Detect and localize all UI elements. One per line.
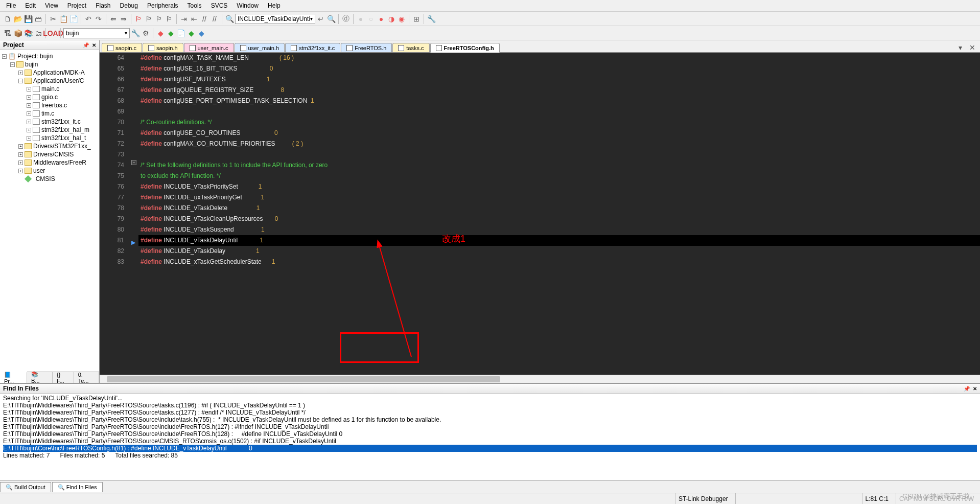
- bottom-tab[interactable]: 0. Te...: [74, 372, 99, 383]
- uncomment-icon[interactable]: //: [210, 14, 219, 24]
- indent-out-icon[interactable]: ⇤: [190, 14, 199, 24]
- tree-file[interactable]: + gpio.c: [1, 93, 98, 101]
- menu-edit[interactable]: Edit: [21, 1, 40, 10]
- editor-tab-tasks.c[interactable]: tasks.c: [392, 43, 429, 52]
- editor-tab-FreeRTOS.h[interactable]: FreeRTOS.h: [341, 43, 392, 52]
- download-icon[interactable]: LOAD: [49, 29, 58, 38]
- breakpoint-icon[interactable]: ●: [356, 14, 365, 24]
- code-line[interactable]: 68#define configUSE_PORT_OPTIMISED_TASK_…: [100, 96, 980, 106]
- menu-window[interactable]: Window: [232, 1, 263, 10]
- code-line[interactable]: 79#define INCLUDE_vTaskCleanUpResources …: [100, 214, 980, 224]
- nav-back-icon[interactable]: ⇐: [109, 14, 118, 24]
- batch-build-icon[interactable]: 🗂: [34, 29, 43, 38]
- find-result-line[interactable]: E:\TITI\bujin\Middlewares\Third_Party\Fr…: [3, 402, 977, 409]
- cut-icon[interactable]: ✂: [49, 14, 58, 24]
- find-result-line[interactable]: E:\TITI\bujin\Middlewares\Third_Party\Fr…: [3, 416, 977, 423]
- tree-group[interactable]: + user: [1, 167, 98, 175]
- project-tree[interactable]: −📋 Project: bujin− bujin+ Application/MD…: [0, 50, 99, 372]
- editor-tab-user_main.c[interactable]: user_main.c: [184, 43, 234, 52]
- tree-root[interactable]: −📋 Project: bujin: [1, 52, 98, 60]
- options-icon[interactable]: 🔧: [131, 29, 140, 38]
- books-icon[interactable]: ◆: [186, 29, 196, 38]
- menu-svcs[interactable]: SVCS: [207, 1, 232, 10]
- find-dropdown[interactable]: INCLUDE_vTaskDelayUnti: [235, 14, 315, 24]
- nav-fwd-icon[interactable]: ⇒: [119, 14, 128, 24]
- find-go-icon[interactable]: ↵: [316, 14, 325, 24]
- tree-file[interactable]: + stm32f1xx_hal_t: [1, 134, 98, 142]
- code-line[interactable]: 75to exclude the API function. */: [100, 171, 980, 181]
- code-line[interactable]: 82#define INCLUDE_vTaskDelay 1: [100, 246, 980, 257]
- code-line[interactable]: 70/* Co-routine definitions. */: [100, 117, 980, 128]
- menu-project[interactable]: Project: [63, 1, 90, 10]
- window-icon[interactable]: ⊞: [412, 14, 421, 24]
- file-ext-icon[interactable]: 📄: [176, 29, 185, 38]
- indent-in-icon[interactable]: ⇥: [179, 14, 189, 24]
- tab-dropdown-icon[interactable]: ▾: [955, 43, 965, 52]
- help-icon[interactable]: ◆: [197, 29, 206, 38]
- rebuild-icon[interactable]: 📦: [13, 29, 22, 38]
- tree-file[interactable]: + main.c: [1, 85, 98, 93]
- redo-icon[interactable]: ↷: [94, 14, 103, 24]
- menu-file[interactable]: File: [2, 1, 20, 10]
- comment-icon[interactable]: //: [200, 14, 209, 24]
- bp3-icon[interactable]: ●: [377, 14, 386, 24]
- bookmark-clear-icon[interactable]: 🏳: [165, 14, 174, 24]
- menu-peripherals[interactable]: Peripherals: [143, 1, 182, 10]
- tree-cmsis[interactable]: CMSIS: [1, 175, 98, 183]
- tree-target[interactable]: − bujin: [1, 60, 98, 68]
- find-result-selected[interactable]: E:\TITI\bujin\Core\Inc\FreeRTOSConfig.h(…: [3, 445, 977, 452]
- paste-icon[interactable]: 📄: [69, 14, 78, 24]
- code-line[interactable]: 73: [100, 149, 980, 160]
- pin-icon[interactable]: 📌: [83, 42, 89, 48]
- undo-icon[interactable]: ↶: [84, 14, 93, 24]
- close-icon[interactable]: ✕: [92, 42, 96, 48]
- bookmark-prev-icon[interactable]: 🏳: [144, 14, 153, 24]
- find-result-line[interactable]: E:\TITI\bujin\Middlewares\Third_Party\Fr…: [3, 430, 977, 438]
- find-result-line[interactable]: E:\TITI\bujin\Middlewares\Third_Party\Fr…: [3, 423, 977, 430]
- open-icon[interactable]: 📂: [13, 14, 22, 24]
- bp4-icon[interactable]: ◑: [387, 14, 396, 24]
- target-opt-icon[interactable]: ⚙: [141, 29, 150, 38]
- menu-debug[interactable]: Debug: [116, 1, 142, 10]
- editor-tab-stm32f1xx_it.c[interactable]: stm32f1xx_it.c: [285, 43, 340, 52]
- tree-group[interactable]: + Application/MDK-A: [1, 68, 98, 77]
- save-all-icon[interactable]: 🗃: [34, 14, 43, 24]
- editor-tab-FreeRTOSConfig.h[interactable]: FreeRTOSConfig.h: [430, 43, 500, 53]
- find-result-line[interactable]: E:\TITI\bujin\Middlewares\Third_Party\Fr…: [3, 409, 977, 416]
- pin-icon[interactable]: 📌: [964, 386, 970, 392]
- code-editor[interactable]: 64#define configMAX_TASK_NAME_LEN ( 16 )…: [100, 53, 980, 375]
- find-icon[interactable]: 🔍: [225, 14, 234, 24]
- build-icon[interactable]: 🏗: [3, 29, 12, 38]
- debug-icon[interactable]: ⓓ: [341, 14, 351, 24]
- bottom-tab[interactable]: {} F...: [53, 372, 74, 383]
- menu-view[interactable]: View: [41, 1, 62, 10]
- editor-tab-saopin.c[interactable]: saopin.c: [102, 43, 142, 52]
- code-line[interactable]: 64#define configMAX_TASK_NAME_LEN ( 16 ): [100, 53, 980, 63]
- tree-group[interactable]: − Application/User/C: [1, 77, 98, 85]
- tree-file[interactable]: + tim.c: [1, 109, 98, 118]
- rte-icon[interactable]: ◆: [166, 29, 175, 38]
- tree-file[interactable]: + stm32f1xx_it.c: [1, 118, 98, 126]
- code-line[interactable]: 83#define INCLUDE_xTaskGetSchedulerState…: [100, 257, 980, 267]
- horizontal-scrollbar[interactable]: [100, 375, 980, 383]
- code-line[interactable]: 71#define configUSE_CO_ROUTINES 0: [100, 128, 980, 139]
- bottom-tab[interactable]: 📘 Pr...: [0, 372, 27, 383]
- bookmark-icon[interactable]: 🏳: [134, 14, 143, 24]
- code-line[interactable]: 76#define INCLUDE_vTaskPrioritySet 1: [100, 181, 980, 192]
- code-line[interactable]: 80#define INCLUDE_vTaskSuspend 1: [100, 224, 980, 235]
- new-icon[interactable]: 🗋: [3, 14, 12, 24]
- code-line[interactable]: 69: [100, 106, 980, 117]
- config-icon[interactable]: 🔧: [427, 14, 436, 24]
- bookmark-next-icon[interactable]: 🏳: [154, 14, 164, 24]
- find-result-line[interactable]: Searching for 'INCLUDE_vTaskDelayUntil'.…: [3, 395, 977, 402]
- target-dropdown[interactable]: bujin: [63, 28, 130, 38]
- code-line[interactable]: 65#define configUSE_16_BIT_TICKS 0: [100, 63, 980, 74]
- find-result-line[interactable]: E:\TITI\bujin\Middlewares\Third_Party\Fr…: [3, 438, 977, 445]
- manage-icon[interactable]: ◆: [156, 29, 165, 38]
- code-line[interactable]: 67#define configQUEUE_REGISTRY_SIZE 8: [100, 85, 980, 96]
- bottom-tab[interactable]: 📚 B...: [27, 372, 53, 383]
- tree-file[interactable]: + freertos.c: [1, 101, 98, 109]
- menu-tools[interactable]: Tools: [183, 1, 206, 10]
- code-line[interactable]: 74−/* Set the following definitions to 1…: [100, 160, 980, 171]
- editor-tab-user_main.h[interactable]: user_main.h: [235, 43, 285, 52]
